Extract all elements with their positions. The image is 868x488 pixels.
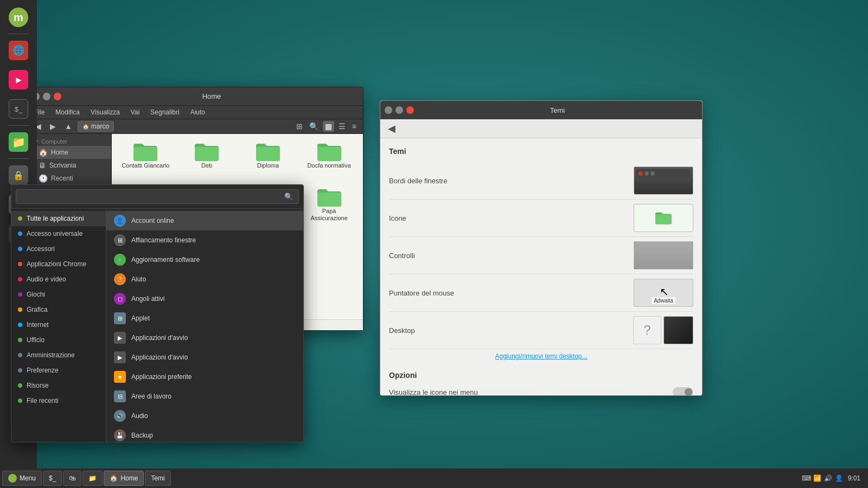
app-aree-lavoro[interactable]: ⊟ Aree di lavoro (106, 387, 303, 406)
launcher-icon-files[interactable]: 📁 (5, 129, 31, 155)
grid-view-button[interactable]: ▦ (323, 121, 334, 132)
cat-risorse[interactable]: Risorse (11, 378, 106, 393)
path-bar[interactable]: 🏠 marco (78, 121, 114, 132)
puntatore-preview-label: Adwaita (652, 297, 675, 304)
taskbar-files-button[interactable]: 📁 (82, 471, 103, 486)
theme-row-icone: Icone Mint-Y (389, 200, 693, 237)
aree-lavoro-icon: ⊟ (114, 390, 126, 402)
app-audio[interactable]: 🔊 Audio (106, 406, 303, 426)
menu-visualizza[interactable]: Visualizza (88, 107, 122, 118)
themes-body: Temi Bordi delle finestre Mint-Y-Darker … (380, 138, 702, 395)
file-item[interactable]: Diploma (239, 138, 298, 182)
desktop-icon: 🖥 (39, 161, 46, 170)
list-view-button[interactable]: ☰ (336, 121, 348, 132)
app-backup[interactable]: 💾 Backup (106, 426, 303, 442)
file-item[interactable]: Papà Assicurazione (299, 184, 359, 227)
launcher-divider-2 (8, 125, 29, 126)
taskbar-terminal-button[interactable]: $_ (43, 471, 62, 486)
themes-minimize-button[interactable] (385, 106, 392, 114)
applicazioni-avvio-icon-2: ▶ (114, 351, 126, 363)
menu-modifica[interactable]: Modifica (53, 107, 82, 118)
folder-icon (195, 142, 219, 161)
launcher-icon-media[interactable]: ▶ (5, 67, 31, 93)
taskbar-clock: 9:01 (846, 474, 863, 482)
cat-giochi[interactable]: Giochi (11, 287, 106, 302)
files-icon: 📁 (88, 474, 97, 482)
sound-tray-icon[interactable]: 🔊 (824, 474, 833, 483)
launcher-divider-3 (8, 158, 29, 159)
cat-file-recenti[interactable]: File recenti (11, 393, 106, 408)
opzione-icone-menu: Visualizza le icone nei menu (389, 384, 693, 395)
app-aggiornamenti-software[interactable]: ↑ Aggiornamenti software (106, 250, 303, 269)
affiancamento-icon: ⊞ (114, 234, 126, 246)
computer-section[interactable]: ▼ Computer (28, 137, 111, 146)
forward-button[interactable]: ▶ (47, 121, 59, 132)
launcher-icon-browser[interactable]: 🌐 (5, 37, 31, 63)
taskbar-temi-button[interactable]: Temi (145, 471, 170, 486)
file-manager-title: Home (65, 92, 359, 100)
file-label: Docfa normativa (308, 162, 351, 169)
cat-icon (18, 277, 22, 281)
close-button[interactable] (54, 93, 61, 100)
app-affiancamento-finestre[interactable]: ⊞ Affiancamento finestre (106, 230, 303, 250)
app-applet[interactable]: ⊞ Applet (106, 309, 303, 328)
launcher-icon-terminal[interactable]: $_ (5, 96, 31, 122)
cat-ufficio[interactable]: Ufficio (11, 332, 106, 348)
app-applicazioni-avvio-2[interactable]: ▶ Applicazioni d'avvio (106, 348, 303, 367)
user-tray-icon[interactable]: 👤 (835, 474, 844, 483)
app-aiuto[interactable]: ? Aiuto (106, 269, 303, 289)
taskbar-home-button[interactable]: 🏠 Home (104, 471, 144, 486)
launcher-icon-mint[interactable]: m (5, 4, 31, 30)
taskbar-mintinstall-button[interactable]: 🛍 (63, 471, 81, 486)
search-button[interactable]: 🔍 (307, 121, 321, 132)
desktop-preview[interactable]: Mint-Y-Dark (663, 316, 693, 344)
cat-amministrazione[interactable]: Amministrazione (11, 348, 106, 363)
cat-preferenze[interactable]: Preferenze (11, 363, 106, 378)
cat-internet[interactable]: Internet (11, 317, 106, 332)
cat-accesso-universale[interactable]: Accesso universale (11, 226, 106, 241)
network-tray-icon[interactable]: 📶 (813, 474, 822, 483)
puntatore-preview[interactable]: ↖ Adwaita (634, 279, 693, 307)
file-item[interactable]: Docfa normativa (299, 138, 359, 182)
bordi-preview[interactable]: Mint-Y-Darker (634, 166, 693, 195)
keyboard-tray-icon[interactable]: ⌨ (802, 474, 811, 483)
menu-vai[interactable]: Vai (129, 107, 142, 118)
controlli-label: Controlli (389, 252, 634, 260)
taskbar-menu-button[interactable]: Menu (2, 471, 42, 486)
controlli-preview[interactable]: Mint-Y-Darker (634, 241, 693, 269)
compact-view-button[interactable]: ≡ (350, 121, 359, 132)
sidebar-scrivania[interactable]: 🖥 Scrivania (28, 159, 111, 172)
app-applicazioni-avvio-1[interactable]: ▶ Applicazioni d'avvio (106, 328, 303, 348)
menu-aiuto[interactable]: Aiuto (188, 107, 207, 118)
sidebar-home[interactable]: 🏠 Home (28, 146, 111, 159)
cat-tutte-applicazioni[interactable]: Tutte le applicazioni (11, 211, 106, 226)
cat-applicazioni-chrome[interactable]: Applicazioni Chrome (11, 256, 106, 272)
app-account-online[interactable]: 👤 Account online (106, 211, 303, 230)
themes-maximize-button[interactable] (395, 106, 403, 114)
themes-back-button[interactable]: ◀ (385, 121, 399, 136)
themes-close-button[interactable] (406, 106, 414, 114)
icone-menu-toggle[interactable] (673, 387, 693, 395)
toggle-knob (685, 388, 692, 395)
up-button[interactable]: ▲ (61, 121, 75, 132)
search-input[interactable] (22, 192, 284, 201)
desktop-themes-link[interactable]: Aggiungi/rimuovi temi desktop... (389, 349, 693, 363)
menu-segnalibri[interactable]: Segnalibri (148, 107, 181, 118)
mint-menu-icon (8, 474, 17, 483)
applet-icon: ⊞ (114, 312, 126, 324)
app-applicazioni-preferite[interactable]: ★ Applicazioni preferite (106, 367, 303, 387)
themes-opzioni: Opzioni Visualizza le icone nei menu Vis… (389, 371, 693, 395)
sidebar-recenti[interactable]: 🕐 Recenti (28, 172, 111, 185)
zoom-button[interactable]: ⊞ (294, 121, 305, 132)
app-angoli-attivi[interactable]: ◻ Angoli attivi (106, 289, 303, 309)
file-item[interactable]: Contatti Giancarlo (116, 138, 175, 182)
menu-body: Tutte le applicazioni Accesso universale… (11, 209, 303, 442)
desktop-add-button[interactable]: ? (633, 316, 661, 344)
cat-grafica[interactable]: Grafica (11, 302, 106, 317)
cat-accessori[interactable]: Accessori (11, 241, 106, 256)
terminal-icon: $_ (49, 474, 56, 482)
file-item[interactable]: Deb (177, 138, 237, 182)
cat-audio-video[interactable]: Audio e video (11, 272, 106, 287)
icone-preview[interactable]: Mint-Y (634, 204, 693, 232)
maximize-button[interactable] (43, 93, 50, 100)
